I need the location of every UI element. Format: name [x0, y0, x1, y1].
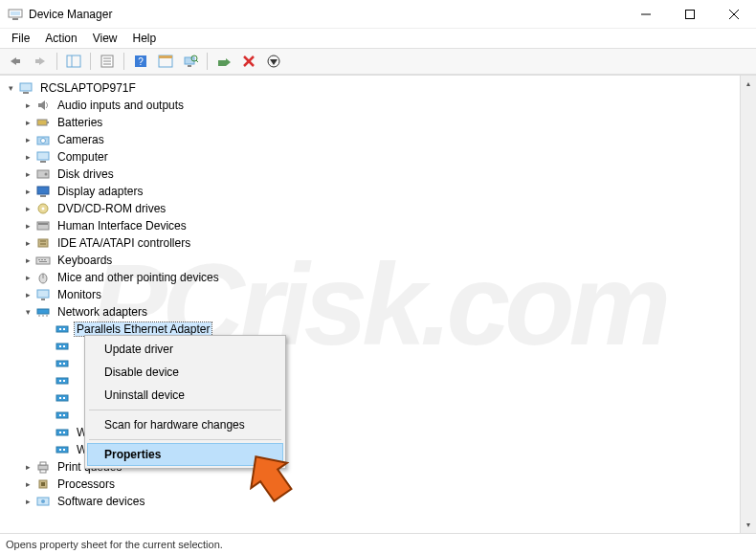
menu-help[interactable]: Help — [125, 30, 165, 47]
network-adapter-icon — [54, 425, 71, 440]
details-button[interactable] — [154, 51, 177, 72]
category-icon — [34, 476, 52, 492]
disable-button[interactable] — [262, 51, 285, 72]
tree-category[interactable]: ▸Human Interface Devices — [0, 217, 740, 234]
tree-category[interactable]: ▸Processors — [0, 476, 740, 493]
ctx-uninstall-device[interactable]: Uninstall device — [87, 384, 283, 407]
tree-category[interactable]: ▸Batteries — [0, 114, 740, 131]
svg-rect-51 — [38, 259, 40, 260]
tree-root[interactable]: ▾ RCSLAPTOP971F — [0, 79, 740, 97]
expand-arrow-icon[interactable]: ▸ — [21, 169, 34, 179]
tree-category[interactable]: ▸Keyboards — [0, 252, 740, 269]
menu-action[interactable]: Action — [37, 30, 84, 47]
show-hide-tree-button[interactable] — [62, 51, 85, 72]
expand-arrow-icon[interactable]: ▸ — [21, 290, 34, 299]
tree-category[interactable]: ▸IDE ATA/ATAPI controllers — [0, 234, 740, 252]
vertical-scrollbar[interactable]: ▴ ▾ — [740, 76, 756, 533]
expand-arrow-icon[interactable]: ▸ — [21, 118, 34, 127]
network-adapter-icon — [54, 442, 71, 457]
tree-category[interactable]: ▸Monitors — [0, 286, 740, 303]
tree-item-label: Network adapters — [56, 305, 149, 319]
expand-arrow-icon[interactable]: ▸ — [21, 462, 34, 472]
maximize-button[interactable] — [668, 0, 712, 29]
category-icon — [34, 459, 52, 475]
category-icon — [34, 253, 52, 268]
expand-arrow-icon[interactable]: ▸ — [21, 187, 34, 196]
status-text: Opens property sheet for the current sel… — [6, 539, 223, 550]
svg-rect-65 — [63, 328, 65, 330]
svg-rect-69 — [56, 361, 68, 366]
tree-category[interactable]: ▸Audio inputs and outputs — [0, 97, 740, 114]
ctx-properties[interactable]: Properties — [87, 443, 283, 466]
expand-arrow-icon[interactable]: ▸ — [21, 255, 34, 265]
svg-rect-10 — [35, 59, 39, 63]
ctx-update-driver[interactable]: Update driver — [87, 338, 283, 361]
svg-rect-91 — [41, 482, 45, 486]
svg-rect-50 — [36, 257, 50, 264]
scroll-up-button[interactable]: ▴ — [741, 76, 756, 92]
update-driver-button[interactable] — [212, 51, 235, 72]
svg-rect-71 — [63, 363, 65, 365]
menu-file[interactable]: File — [4, 30, 37, 47]
svg-rect-38 — [40, 161, 46, 163]
tree-category[interactable]: ▸Disk drives — [0, 166, 740, 183]
tree-item-label: Software devices — [56, 495, 146, 508]
category-icon — [34, 235, 52, 251]
minimize-button[interactable] — [624, 0, 668, 29]
svg-rect-25 — [218, 60, 226, 66]
tree-category[interactable]: ▸Cameras — [0, 131, 740, 148]
network-adapter-icon — [54, 356, 71, 371]
expand-arrow-icon[interactable]: ▸ — [21, 152, 34, 162]
menu-view[interactable]: View — [85, 30, 125, 47]
svg-rect-85 — [59, 449, 61, 451]
collapse-arrow-icon[interactable]: ▾ — [21, 307, 34, 317]
category-icon — [34, 132, 52, 147]
tree-category[interactable]: ▸Mice and other pointing devices — [0, 269, 740, 286]
svg-point-44 — [42, 208, 45, 211]
menu-bar: File Action View Help — [0, 29, 756, 48]
title-bar: Device Manager — [0, 0, 756, 29]
close-button[interactable] — [712, 0, 756, 29]
properties-button[interactable] — [96, 51, 119, 72]
expand-arrow-icon[interactable]: ▾ — [4, 83, 17, 93]
tree-item-label: Mice and other pointing devices — [56, 271, 221, 284]
help-button[interactable]: ? — [129, 51, 152, 72]
category-icon — [34, 287, 52, 302]
expand-arrow-icon[interactable]: ▸ — [21, 204, 34, 213]
computer-icon — [17, 80, 34, 96]
tree-category[interactable]: ▸Display adapters — [0, 183, 740, 200]
expand-arrow-icon[interactable]: ▸ — [21, 135, 34, 144]
tree-item-label: Batteries — [56, 116, 104, 129]
tree-category[interactable]: ▸DVD/CD-ROM drives — [0, 200, 740, 217]
svg-rect-82 — [59, 432, 61, 433]
svg-line-24 — [196, 60, 198, 62]
svg-rect-42 — [40, 195, 46, 197]
svg-rect-31 — [20, 83, 32, 91]
expand-arrow-icon[interactable]: ▸ — [21, 497, 34, 506]
expand-arrow-icon[interactable]: ▸ — [21, 238, 34, 248]
uninstall-button[interactable] — [237, 51, 260, 72]
expand-arrow-icon[interactable]: ▸ — [21, 221, 34, 231]
ctx-disable-device[interactable]: Disable device — [87, 361, 283, 384]
svg-rect-2 — [12, 18, 18, 20]
category-icon — [34, 98, 52, 113]
back-button[interactable] — [4, 51, 27, 72]
tree-category[interactable]: ▸Software devices — [0, 493, 740, 510]
forward-button[interactable] — [29, 51, 52, 72]
tree-category[interactable]: ▸Computer — [0, 148, 740, 166]
expand-arrow-icon[interactable]: ▸ — [21, 479, 34, 489]
svg-rect-70 — [59, 363, 61, 365]
category-icon — [34, 270, 52, 285]
ctx-scan-hardware[interactable]: Scan for hardware changes — [87, 413, 283, 436]
tree-item-label: Processors — [56, 477, 117, 491]
expand-arrow-icon[interactable]: ▸ — [21, 100, 34, 110]
svg-rect-86 — [63, 449, 65, 451]
category-icon — [34, 149, 52, 165]
category-icon — [34, 115, 52, 130]
scroll-down-button[interactable]: ▾ — [741, 517, 756, 533]
window-title: Device Manager — [29, 8, 624, 21]
tree-item-label: IDE ATA/ATAPI controllers — [56, 236, 192, 250]
expand-arrow-icon[interactable]: ▸ — [21, 273, 34, 282]
scan-hardware-button[interactable] — [179, 51, 202, 72]
tree-category[interactable]: ▾Network adapters — [0, 303, 740, 321]
